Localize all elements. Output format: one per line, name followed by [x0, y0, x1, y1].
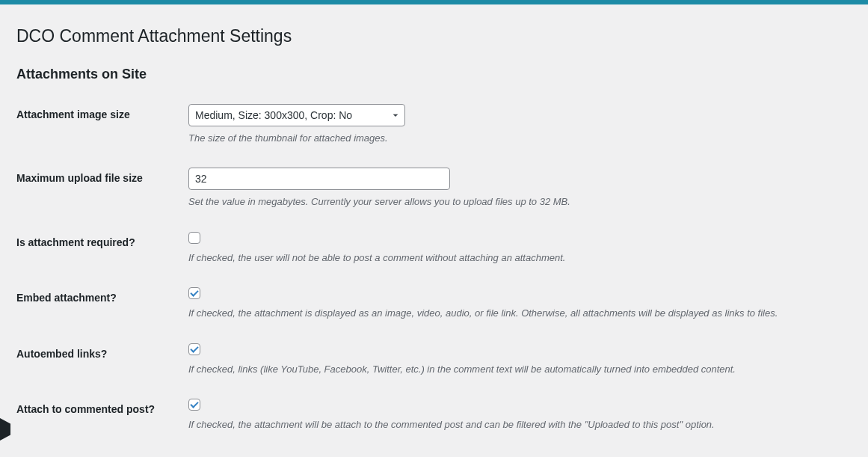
checkbox-autoembed[interactable] — [188, 343, 200, 355]
description-image-size: The size of the thumbnail for attached i… — [188, 131, 831, 146]
section-title: Attachments on Site — [16, 67, 838, 82]
checkbox-required[interactable] — [188, 232, 200, 244]
label-embed: Embed attachment? — [16, 276, 181, 332]
checkbox-embed[interactable] — [188, 287, 200, 299]
row-autoembed: Autoembed links? If checked, links (like… — [16, 332, 838, 388]
checkbox-attach-post[interactable] — [188, 399, 200, 411]
label-attach-post: Attach to commented post? — [16, 387, 181, 444]
row-file-types: Allowed File Types Image Audio Video Doc… — [16, 444, 838, 457]
settings-wrap: DCO Comment Attachment Settings Attachme… — [1, 12, 853, 457]
admin-bar — [0, 0, 868, 4]
description-required: If checked, the user will not be able to… — [188, 251, 831, 266]
settings-form-table: Attachment image size Medium, Size: 300x… — [16, 93, 838, 457]
input-max-upload[interactable] — [188, 168, 450, 190]
label-image-size: Attachment image size — [16, 93, 181, 157]
row-embed: Embed attachment? If checked, the attach… — [16, 276, 838, 332]
description-autoembed: If checked, links (like YouTube, Faceboo… — [188, 362, 831, 377]
row-attach-post: Attach to commented post? If checked, th… — [16, 387, 838, 444]
row-image-size: Attachment image size Medium, Size: 300x… — [16, 93, 838, 157]
description-embed: If checked, the attachment is displayed … — [188, 306, 831, 321]
page-title: DCO Comment Attachment Settings — [16, 25, 838, 48]
select-image-size[interactable]: Medium, Size: 300x300, Crop: No — [188, 104, 405, 126]
label-max-upload: Maximum upload file size — [16, 156, 181, 221]
label-autoembed: Autoembed links? — [16, 332, 181, 388]
row-required: Is attachment required? If checked, the … — [16, 221, 838, 277]
label-file-types: Allowed File Types — [16, 444, 181, 457]
description-max-upload: Set the value in megabytes. Currently yo… — [188, 194, 831, 209]
description-attach-post: If checked, the attachment will be attac… — [188, 417, 831, 432]
row-max-upload: Maximum upload file size Set the value i… — [16, 156, 838, 221]
label-required: Is attachment required? — [16, 221, 181, 277]
